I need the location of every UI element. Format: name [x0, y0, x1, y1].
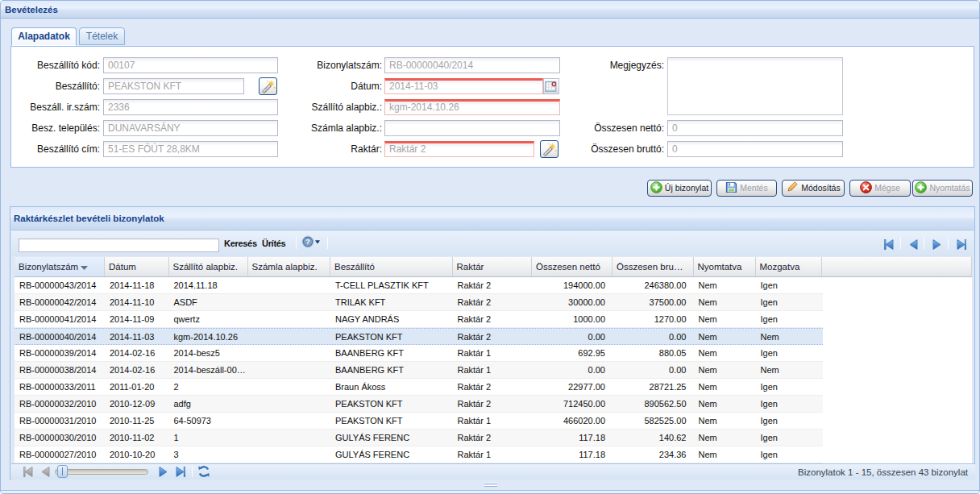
svg-text:?: ? [305, 237, 310, 246]
